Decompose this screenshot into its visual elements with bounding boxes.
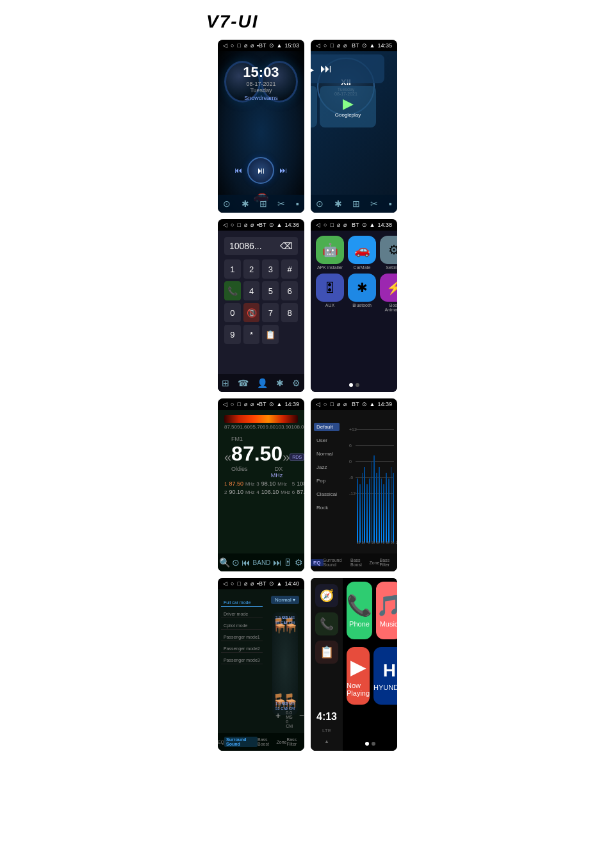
nav-dial-bt[interactable]: ✱ bbox=[276, 378, 284, 388]
key-8[interactable]: 8 bbox=[281, 303, 298, 322]
key-endcall[interactable]: 📵 bbox=[243, 303, 260, 322]
tab-zone[interactable]: Zone bbox=[370, 561, 380, 565]
mode-passenger3[interactable]: Passenger mode3 bbox=[221, 657, 263, 664]
nav-bluetooth[interactable]: ✱ bbox=[242, 199, 249, 209]
nav-settings2[interactable]: ✂ bbox=[277, 199, 285, 209]
bar-125[interactable] bbox=[379, 467, 380, 543]
preset-normal[interactable]: Normal bbox=[314, 450, 340, 458]
s7-tab-eq[interactable]: EQ bbox=[218, 740, 224, 744]
bar-150[interactable] bbox=[381, 479, 382, 543]
preset-user[interactable]: User bbox=[314, 436, 340, 445]
bar-175[interactable] bbox=[383, 484, 384, 543]
preset-6[interactable]: 6 87.50 MHz bbox=[292, 489, 304, 495]
mode-cpilot[interactable]: Cpilot mode bbox=[221, 622, 263, 630]
mode-passenger1[interactable]: Passenger mode1 bbox=[221, 634, 263, 641]
key-5[interactable]: 5 bbox=[262, 281, 279, 300]
cp-music[interactable]: 🎵 Music bbox=[376, 582, 397, 639]
s7-tab-surround[interactable]: Surround Sound bbox=[224, 737, 258, 747]
nav-tools-s2[interactable]: ✂ bbox=[370, 199, 378, 209]
s7-tab-bassfilter[interactable]: Bass Filter bbox=[286, 737, 304, 746]
app-settings[interactable]: ⚙ Settings bbox=[380, 236, 397, 270]
scan-fwd[interactable]: » bbox=[283, 450, 290, 464]
preset-2[interactable]: 2 90.10 MHz bbox=[224, 489, 254, 495]
key-3[interactable]: 3 bbox=[262, 259, 279, 279]
key-contacts[interactable]: 📋 bbox=[262, 325, 279, 344]
nav-dial-contacts[interactable]: 👤 bbox=[257, 378, 268, 388]
preset-rock[interactable]: Rock bbox=[314, 504, 340, 512]
nav-loc-s2[interactable]: ⊙ bbox=[316, 199, 324, 209]
cp-nowplaying[interactable]: ▶ Now Playing bbox=[347, 647, 370, 705]
nav-next-radio[interactable]: ⏭ bbox=[273, 557, 282, 568]
bar-30[interactable] bbox=[359, 484, 361, 543]
bar-315[interactable] bbox=[393, 473, 394, 543]
bar-40[interactable] bbox=[362, 473, 363, 543]
delete-btn[interactable]: ⌫ bbox=[280, 241, 293, 251]
preset-1[interactable]: 1 87.50 MHz bbox=[224, 480, 254, 487]
nav-bt-s2[interactable]: ✱ bbox=[334, 199, 342, 209]
bar-95[interactable] bbox=[373, 455, 375, 543]
nav-search-radio[interactable]: 🔍 bbox=[219, 557, 230, 568]
prev-button[interactable]: ⏮ bbox=[234, 166, 242, 175]
normal-badge[interactable]: Normal ▾ bbox=[271, 596, 299, 604]
cp-phone[interactable]: 📞 Phone bbox=[347, 582, 372, 639]
s7-tab-bassboost[interactable]: Bass Boost bbox=[258, 737, 276, 746]
ms-minus[interactable]: − bbox=[299, 710, 304, 728]
nav-eq-radio[interactable]: 🎚 bbox=[284, 557, 293, 568]
key-7[interactable]: 7 bbox=[262, 303, 279, 322]
tab-eq[interactable]: EQ bbox=[311, 559, 324, 566]
play-pause-button[interactable]: ⏯ bbox=[247, 157, 274, 184]
tab-bassfilter[interactable]: Bass Filter bbox=[380, 558, 398, 567]
key-1[interactable]: 1 bbox=[224, 259, 241, 279]
bar-200[interactable] bbox=[386, 473, 387, 543]
bar-110[interactable] bbox=[376, 473, 377, 543]
s7-tab-zone[interactable]: Zone bbox=[277, 740, 287, 744]
cp-hyundai[interactable]: H HYUNDAI bbox=[373, 647, 397, 705]
mode-driver[interactable]: Driver mode bbox=[221, 610, 263, 618]
preset-3[interactable]: 3 98.10 MHz bbox=[256, 480, 290, 487]
play-music[interactable]: ▶ bbox=[311, 61, 314, 77]
bar-20[interactable] bbox=[357, 479, 358, 543]
key-call[interactable]: 📞 bbox=[224, 281, 241, 300]
ms-plus[interactable]: + bbox=[275, 710, 281, 728]
next-music[interactable]: ⏭ bbox=[320, 62, 332, 76]
nav-band-radio[interactable]: BAND bbox=[253, 559, 271, 566]
preset-classical[interactable]: Classical bbox=[314, 490, 340, 498]
nav-settings-radio[interactable]: ⚙ bbox=[295, 557, 303, 568]
preset-default[interactable]: Default bbox=[314, 423, 340, 431]
nav-scan-radio[interactable]: ⊙ bbox=[232, 557, 240, 568]
preset-jazz[interactable]: Jazz bbox=[314, 463, 340, 471]
nav-dial-apps[interactable]: ⊞ bbox=[222, 378, 229, 388]
nav-dial-settings[interactable]: ⚙ bbox=[292, 378, 300, 388]
nav-media[interactable]: ▪ bbox=[296, 199, 299, 209]
bar-80[interactable] bbox=[372, 461, 373, 543]
nav-prev-radio[interactable]: ⏮ bbox=[242, 557, 250, 568]
key-4[interactable]: 4 bbox=[243, 281, 260, 300]
app-video[interactable]: 🎬 Video bbox=[311, 86, 317, 127]
next-button[interactable]: ⏭ bbox=[279, 166, 287, 175]
nav-location[interactable]: ⊙ bbox=[223, 199, 231, 209]
nav-dial-call[interactable]: ☎ bbox=[238, 378, 249, 388]
nav-apps-s2[interactable]: ⊞ bbox=[352, 199, 360, 209]
sidebar-phone-icon[interactable]: 📞 bbox=[315, 612, 338, 635]
key-9[interactable]: 9 bbox=[224, 325, 241, 344]
tab-surround[interactable]: Surround Sound bbox=[324, 558, 350, 567]
key-0[interactable]: 0 bbox=[224, 303, 241, 322]
key-6[interactable]: 6 bbox=[281, 281, 298, 300]
tab-bassboost[interactable]: Bass Boost bbox=[350, 558, 370, 567]
scan-back[interactable]: « bbox=[224, 450, 231, 464]
mode-fullcar[interactable]: Full car mode bbox=[221, 599, 263, 607]
bar-275[interactable] bbox=[391, 467, 392, 543]
preset-5[interactable]: 5 108.00 MHz bbox=[292, 480, 304, 487]
app-apk-installer[interactable]: 🤖 APK installer bbox=[316, 236, 344, 270]
app-bluetooth[interactable]: ✱ Bluetooth bbox=[348, 274, 376, 312]
key-star[interactable]: * bbox=[243, 325, 260, 344]
bar-50[interactable] bbox=[364, 467, 365, 543]
bar-235[interactable] bbox=[388, 479, 390, 543]
nav-cam-s2[interactable]: ▪ bbox=[389, 199, 392, 209]
app-carmate[interactable]: 🚗 CarMate bbox=[348, 236, 376, 270]
bar-70[interactable] bbox=[369, 479, 370, 543]
preset-4[interactable]: 4 106.10 MHz bbox=[256, 489, 290, 495]
nav-apps[interactable]: ⊞ bbox=[259, 199, 267, 209]
app-boot-anim[interactable]: ⚡ Boot Animati... bbox=[380, 274, 397, 312]
preset-pop[interactable]: Pop bbox=[314, 477, 340, 485]
